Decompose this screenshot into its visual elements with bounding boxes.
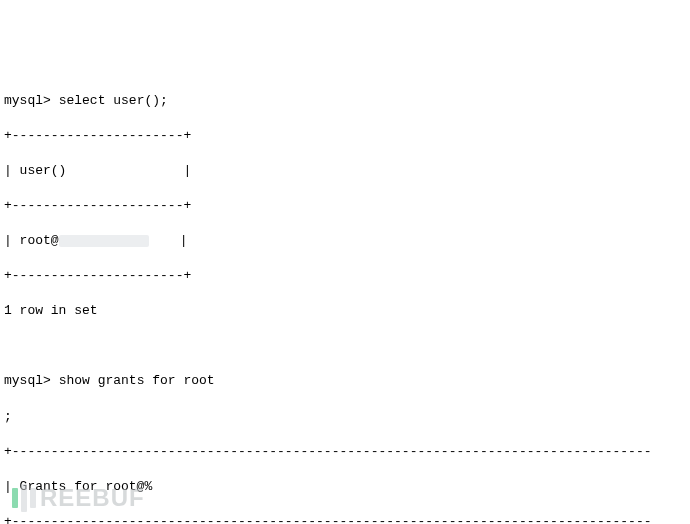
mysql-prompt: mysql> <box>4 373 51 388</box>
command-select-user: select user(); <box>59 93 168 108</box>
freebuf-logo-icon <box>12 484 36 512</box>
watermark-text: REEBUF <box>40 482 145 514</box>
terminal-output: mysql> select user(); +-----------------… <box>4 74 686 524</box>
table-border: +----------------------+ <box>4 127 686 145</box>
table-border: +----------------------+ <box>4 267 686 285</box>
redacted-hostname <box>59 235 149 247</box>
table-header: | user() | <box>4 162 686 180</box>
table-border: +---------------------------------------… <box>4 513 686 524</box>
command-continuation: ; <box>4 408 686 426</box>
result-footer: 1 row in set <box>4 302 686 320</box>
mysql-prompt: mysql> <box>4 93 51 108</box>
table-row: | root@ | <box>4 232 686 250</box>
table-border: +---------------------------------------… <box>4 443 686 461</box>
freebuf-watermark: REEBUF <box>12 482 145 514</box>
table-border: +----------------------+ <box>4 197 686 215</box>
command-show-grants: show grants for root <box>59 373 215 388</box>
